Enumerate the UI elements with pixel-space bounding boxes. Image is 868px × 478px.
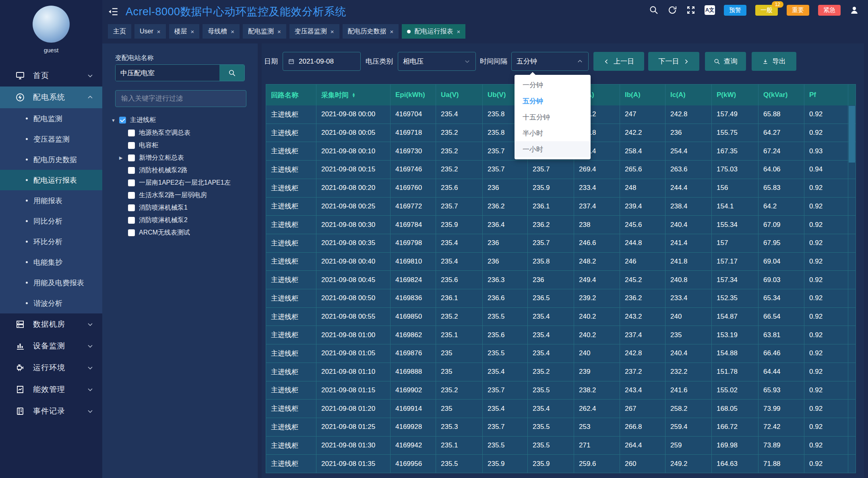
close-icon[interactable]: ×: [157, 28, 161, 35]
column-header[interactable]: Ib(A): [620, 84, 665, 105]
table-row[interactable]: 主进线柜2021-09-08 00:454169824235.6236.3236…: [266, 271, 856, 289]
next-day-button[interactable]: 下一日: [648, 52, 699, 71]
sidebar-subitem[interactable]: 配电历史数据: [0, 149, 102, 170]
table-row[interactable]: 主进线柜2021-09-08 01:254169928235.3235.7235…: [266, 418, 856, 437]
tab-item[interactable]: 配电运行报表×: [402, 24, 465, 39]
scrollbar-track[interactable]: [848, 161, 856, 179]
tree-node[interactable]: ▶新增分立柜总表: [110, 152, 255, 164]
tree-node[interactable]: ARCM无线表测试: [110, 227, 255, 239]
scrollbar-track[interactable]: [848, 216, 856, 234]
sidebar-subitem[interactable]: 电能集抄: [0, 252, 102, 272]
tree-node[interactable]: 一层南1APE2右一层北1APE1左: [110, 177, 255, 189]
column-header[interactable]: Q(kVar): [758, 84, 804, 105]
scrollbar-thumb[interactable]: [849, 106, 855, 163]
sidebar-item[interactable]: 设备监测: [0, 335, 102, 357]
close-icon[interactable]: ×: [390, 28, 394, 35]
tab-item[interactable]: 楼层×: [169, 24, 200, 39]
table-row[interactable]: 主进线柜2021-09-08 00:554169850235.2235.5235…: [266, 308, 856, 326]
sidebar-subitem[interactable]: 谐波分析: [0, 293, 102, 313]
sidebar-subitem[interactable]: 环比分析: [0, 231, 102, 252]
dropdown-option[interactable]: 十五分钟: [515, 109, 591, 125]
dropdown-option[interactable]: 一分钟: [515, 77, 591, 93]
checkbox[interactable]: [119, 117, 126, 124]
sidebar-subitem[interactable]: 用能及电费报表: [0, 272, 102, 293]
checkbox[interactable]: [128, 155, 135, 161]
scrollbar-track[interactable]: [848, 363, 856, 381]
table-row[interactable]: 主进线柜2021-09-08 01:204169914235235.4235.4…: [266, 400, 856, 418]
sidebar-item[interactable]: 数据机房: [0, 313, 102, 335]
close-icon[interactable]: ×: [231, 28, 234, 35]
sidebar-item[interactable]: 能效管理: [0, 379, 102, 400]
close-icon[interactable]: ×: [331, 28, 334, 35]
dropdown-option[interactable]: 一小时: [515, 141, 591, 157]
scrollbar-track[interactable]: [848, 418, 856, 436]
sidebar-item[interactable]: 首页: [0, 65, 102, 87]
translate-icon[interactable]: A文: [705, 5, 715, 15]
tree-node-root[interactable]: ▼主进线柜: [110, 113, 255, 127]
scrollbar-track[interactable]: [848, 308, 856, 326]
scrollbar-track[interactable]: [848, 271, 856, 289]
avatar[interactable]: [33, 6, 70, 43]
column-header[interactable]: Ic(A): [665, 84, 712, 105]
checkbox[interactable]: [128, 217, 135, 224]
table-row[interactable]: 主进线柜2021-09-08 00:404169810235.4236235.8…: [266, 253, 856, 271]
refresh-icon[interactable]: [668, 5, 677, 15]
query-button[interactable]: 查询: [705, 52, 746, 71]
tree-node[interactable]: 消防喷淋机械泵2: [110, 214, 255, 227]
tree-filter-input[interactable]: [115, 90, 246, 107]
close-icon[interactable]: ×: [277, 28, 281, 35]
user-icon[interactable]: [849, 5, 859, 15]
table-row[interactable]: 主进线柜2021-09-08 00:354169798235.4236235.7…: [266, 234, 856, 253]
column-header[interactable]: P(kW): [712, 84, 758, 105]
sidebar-subitem[interactable]: 用能报表: [0, 190, 102, 211]
tab-item[interactable]: 配电监测×: [243, 24, 286, 39]
scrollbar-track[interactable]: [848, 289, 856, 307]
scrollbar-track[interactable]: [848, 234, 856, 252]
scrollbar-track[interactable]: [848, 198, 856, 216]
sidebar-item[interactable]: 运行环境: [0, 357, 102, 379]
menu-fold-icon[interactable]: [108, 6, 118, 17]
column-header[interactable]: Epi(kWh): [391, 84, 436, 105]
sidebar-item[interactable]: 配电系统: [0, 87, 102, 108]
scrollbar-track[interactable]: [848, 344, 856, 363]
sidebar-subitem[interactable]: 配电监测: [0, 108, 102, 129]
caret-down-icon[interactable]: ▼: [111, 118, 116, 123]
tab-item[interactable]: 配电历史数据×: [343, 24, 399, 39]
table-row[interactable]: 主进线柜2021-09-08 01:004169862235.1235.6235…: [266, 326, 856, 344]
scrollbar-track[interactable]: [848, 400, 856, 418]
sidebar-item[interactable]: 事件记录: [0, 400, 102, 422]
tree-node[interactable]: 消防喷淋机械泵1: [110, 202, 255, 214]
checkbox[interactable]: [128, 130, 135, 136]
tree-node[interactable]: 生活水泵2路一层弱电房: [110, 189, 255, 202]
table-row[interactable]: 主进线柜2021-09-08 00:204169760235.6236235.9…: [266, 179, 856, 198]
prev-day-button[interactable]: 上一日: [593, 52, 644, 71]
column-header[interactable]: 回路名称: [266, 84, 316, 105]
table-row[interactable]: 主进线柜2021-09-08 01:304169942235.1235.5235…: [266, 437, 856, 455]
dropdown-option[interactable]: 五分钟: [515, 93, 591, 109]
scrollbar-track[interactable]: [848, 326, 856, 344]
tab-item[interactable]: 主页: [108, 24, 131, 39]
voltage-type-select[interactable]: 相电压: [398, 52, 476, 71]
column-header[interactable]: Pf: [804, 84, 848, 105]
close-icon[interactable]: ×: [191, 28, 194, 35]
alarm-badge[interactable]: 重要: [787, 5, 809, 16]
checkbox[interactable]: [128, 229, 135, 236]
checkbox[interactable]: [128, 192, 135, 199]
scrollbar-track[interactable]: [848, 437, 856, 455]
checkbox[interactable]: [128, 167, 135, 174]
tree-node[interactable]: 地源热泵空调总表: [110, 127, 255, 139]
fullscreen-icon[interactable]: [686, 5, 696, 15]
scrollbar-track[interactable]: [848, 455, 856, 473]
sidebar-subitem[interactable]: 配电运行报表: [0, 170, 102, 190]
table-row[interactable]: 主进线柜2021-09-08 01:104169888235235.4235.2…: [266, 363, 856, 381]
interval-select[interactable]: 五分钟: [511, 52, 589, 71]
tree-node[interactable]: 消防栓机械泵2路: [110, 164, 255, 177]
station-search-button[interactable]: [219, 65, 244, 81]
scrollbar-track[interactable]: [848, 179, 856, 197]
table-row[interactable]: 主进线柜2021-09-08 00:154169746235.2235.7235…: [266, 161, 856, 179]
table-row[interactable]: 主进线柜2021-09-08 01:354169956235.5235.9235…: [266, 455, 856, 473]
sort-icon[interactable]: ▲▼: [352, 93, 355, 97]
table-row[interactable]: 主进线柜2021-09-08 01:154169902235.2235.7235…: [266, 381, 856, 400]
sidebar-subitem[interactable]: 变压器监测: [0, 129, 102, 149]
column-header[interactable]: 采集时间▲▼: [316, 84, 391, 105]
